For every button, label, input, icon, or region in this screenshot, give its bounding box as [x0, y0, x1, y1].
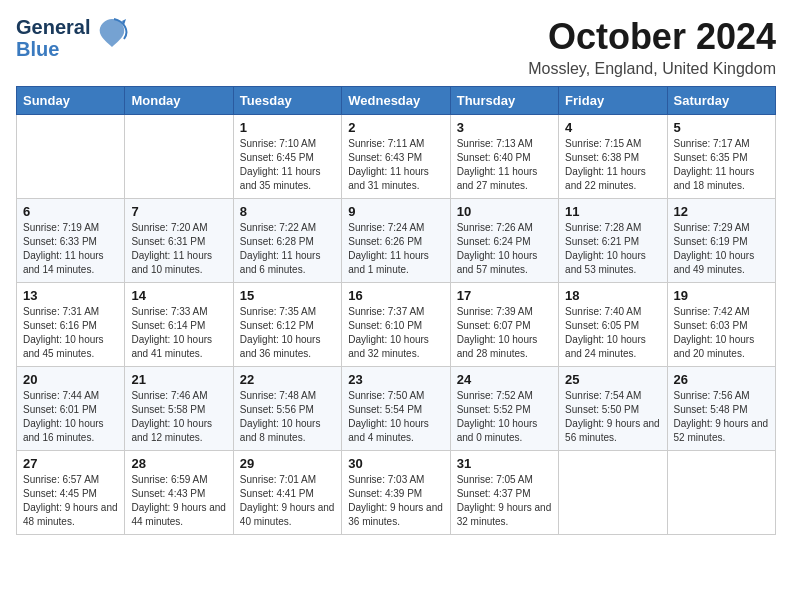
day-of-week-monday: Monday: [125, 87, 233, 115]
day-info: Sunrise: 7:35 AM Sunset: 6:12 PM Dayligh…: [240, 305, 335, 361]
day-info: Sunrise: 7:24 AM Sunset: 6:26 PM Dayligh…: [348, 221, 443, 277]
day-info: Sunrise: 7:10 AM Sunset: 6:45 PM Dayligh…: [240, 137, 335, 193]
calendar-cell: 22Sunrise: 7:48 AM Sunset: 5:56 PM Dayli…: [233, 367, 341, 451]
day-info: Sunrise: 7:39 AM Sunset: 6:07 PM Dayligh…: [457, 305, 552, 361]
calendar-cell: 27Sunrise: 6:57 AM Sunset: 4:45 PM Dayli…: [17, 451, 125, 535]
day-info: Sunrise: 7:22 AM Sunset: 6:28 PM Dayligh…: [240, 221, 335, 277]
day-of-week-saturday: Saturday: [667, 87, 775, 115]
day-number: 23: [348, 372, 443, 387]
day-number: 7: [131, 204, 226, 219]
day-info: Sunrise: 7:54 AM Sunset: 5:50 PM Dayligh…: [565, 389, 660, 445]
day-number: 16: [348, 288, 443, 303]
calendar-cell: 18Sunrise: 7:40 AM Sunset: 6:05 PM Dayli…: [559, 283, 667, 367]
calendar-cell: 5Sunrise: 7:17 AM Sunset: 6:35 PM Daylig…: [667, 115, 775, 199]
calendar-cell: [559, 451, 667, 535]
day-info: Sunrise: 7:20 AM Sunset: 6:31 PM Dayligh…: [131, 221, 226, 277]
day-number: 30: [348, 456, 443, 471]
calendar-cell: 17Sunrise: 7:39 AM Sunset: 6:07 PM Dayli…: [450, 283, 558, 367]
day-number: 15: [240, 288, 335, 303]
calendar-cell: 4Sunrise: 7:15 AM Sunset: 6:38 PM Daylig…: [559, 115, 667, 199]
day-number: 22: [240, 372, 335, 387]
day-info: Sunrise: 7:44 AM Sunset: 6:01 PM Dayligh…: [23, 389, 118, 445]
day-info: Sunrise: 7:48 AM Sunset: 5:56 PM Dayligh…: [240, 389, 335, 445]
calendar-cell: 11Sunrise: 7:28 AM Sunset: 6:21 PM Dayli…: [559, 199, 667, 283]
calendar-cell: 9Sunrise: 7:24 AM Sunset: 6:26 PM Daylig…: [342, 199, 450, 283]
day-info: Sunrise: 7:03 AM Sunset: 4:39 PM Dayligh…: [348, 473, 443, 529]
logo-line1: General: [16, 16, 90, 38]
calendar-table: SundayMondayTuesdayWednesdayThursdayFrid…: [16, 86, 776, 535]
calendar-cell: 28Sunrise: 6:59 AM Sunset: 4:43 PM Dayli…: [125, 451, 233, 535]
day-number: 25: [565, 372, 660, 387]
day-number: 9: [348, 204, 443, 219]
calendar-cell: 20Sunrise: 7:44 AM Sunset: 6:01 PM Dayli…: [17, 367, 125, 451]
day-number: 18: [565, 288, 660, 303]
calendar-week-row: 20Sunrise: 7:44 AM Sunset: 6:01 PM Dayli…: [17, 367, 776, 451]
day-number: 2: [348, 120, 443, 135]
day-number: 8: [240, 204, 335, 219]
day-info: Sunrise: 7:11 AM Sunset: 6:43 PM Dayligh…: [348, 137, 443, 193]
calendar-cell: 21Sunrise: 7:46 AM Sunset: 5:58 PM Dayli…: [125, 367, 233, 451]
day-info: Sunrise: 7:01 AM Sunset: 4:41 PM Dayligh…: [240, 473, 335, 529]
day-number: 20: [23, 372, 118, 387]
calendar-cell: 7Sunrise: 7:20 AM Sunset: 6:31 PM Daylig…: [125, 199, 233, 283]
calendar-cell: 1Sunrise: 7:10 AM Sunset: 6:45 PM Daylig…: [233, 115, 341, 199]
day-of-week-thursday: Thursday: [450, 87, 558, 115]
day-number: 6: [23, 204, 118, 219]
day-number: 28: [131, 456, 226, 471]
calendar-cell: 12Sunrise: 7:29 AM Sunset: 6:19 PM Dayli…: [667, 199, 775, 283]
day-number: 26: [674, 372, 769, 387]
day-info: Sunrise: 6:59 AM Sunset: 4:43 PM Dayligh…: [131, 473, 226, 529]
calendar-cell: 13Sunrise: 7:31 AM Sunset: 6:16 PM Dayli…: [17, 283, 125, 367]
day-info: Sunrise: 7:56 AM Sunset: 5:48 PM Dayligh…: [674, 389, 769, 445]
day-info: Sunrise: 7:26 AM Sunset: 6:24 PM Dayligh…: [457, 221, 552, 277]
month-title: October 2024: [528, 16, 776, 58]
day-number: 12: [674, 204, 769, 219]
day-number: 24: [457, 372, 552, 387]
day-number: 21: [131, 372, 226, 387]
day-info: Sunrise: 7:33 AM Sunset: 6:14 PM Dayligh…: [131, 305, 226, 361]
day-of-week-tuesday: Tuesday: [233, 87, 341, 115]
day-info: Sunrise: 7:13 AM Sunset: 6:40 PM Dayligh…: [457, 137, 552, 193]
calendar-cell: 10Sunrise: 7:26 AM Sunset: 6:24 PM Dayli…: [450, 199, 558, 283]
day-info: Sunrise: 7:05 AM Sunset: 4:37 PM Dayligh…: [457, 473, 552, 529]
calendar-cell: 30Sunrise: 7:03 AM Sunset: 4:39 PM Dayli…: [342, 451, 450, 535]
logo-bird-icon: [96, 17, 128, 59]
day-info: Sunrise: 7:46 AM Sunset: 5:58 PM Dayligh…: [131, 389, 226, 445]
day-number: 1: [240, 120, 335, 135]
calendar-cell: 16Sunrise: 7:37 AM Sunset: 6:10 PM Dayli…: [342, 283, 450, 367]
day-info: Sunrise: 7:37 AM Sunset: 6:10 PM Dayligh…: [348, 305, 443, 361]
day-number: 17: [457, 288, 552, 303]
calendar-cell: 8Sunrise: 7:22 AM Sunset: 6:28 PM Daylig…: [233, 199, 341, 283]
logo-line2: Blue: [16, 38, 90, 60]
calendar-cell: 6Sunrise: 7:19 AM Sunset: 6:33 PM Daylig…: [17, 199, 125, 283]
calendar-cell: 29Sunrise: 7:01 AM Sunset: 4:41 PM Dayli…: [233, 451, 341, 535]
page-header: General Blue October 2024 Mossley, Engla…: [16, 16, 776, 78]
day-info: Sunrise: 7:42 AM Sunset: 6:03 PM Dayligh…: [674, 305, 769, 361]
location: Mossley, England, United Kingdom: [528, 60, 776, 78]
calendar-cell: 2Sunrise: 7:11 AM Sunset: 6:43 PM Daylig…: [342, 115, 450, 199]
calendar-week-row: 6Sunrise: 7:19 AM Sunset: 6:33 PM Daylig…: [17, 199, 776, 283]
calendar-cell: [17, 115, 125, 199]
day-number: 11: [565, 204, 660, 219]
day-info: Sunrise: 7:19 AM Sunset: 6:33 PM Dayligh…: [23, 221, 118, 277]
day-number: 10: [457, 204, 552, 219]
day-info: Sunrise: 7:29 AM Sunset: 6:19 PM Dayligh…: [674, 221, 769, 277]
day-info: Sunrise: 7:17 AM Sunset: 6:35 PM Dayligh…: [674, 137, 769, 193]
day-info: Sunrise: 7:40 AM Sunset: 6:05 PM Dayligh…: [565, 305, 660, 361]
day-number: 3: [457, 120, 552, 135]
day-of-week-wednesday: Wednesday: [342, 87, 450, 115]
day-number: 31: [457, 456, 552, 471]
calendar-week-row: 13Sunrise: 7:31 AM Sunset: 6:16 PM Dayli…: [17, 283, 776, 367]
calendar-week-row: 1Sunrise: 7:10 AM Sunset: 6:45 PM Daylig…: [17, 115, 776, 199]
calendar-cell: 15Sunrise: 7:35 AM Sunset: 6:12 PM Dayli…: [233, 283, 341, 367]
day-number: 5: [674, 120, 769, 135]
calendar-cell: 24Sunrise: 7:52 AM Sunset: 5:52 PM Dayli…: [450, 367, 558, 451]
calendar-cell: 23Sunrise: 7:50 AM Sunset: 5:54 PM Dayli…: [342, 367, 450, 451]
calendar-cell: 3Sunrise: 7:13 AM Sunset: 6:40 PM Daylig…: [450, 115, 558, 199]
day-number: 29: [240, 456, 335, 471]
day-info: Sunrise: 6:57 AM Sunset: 4:45 PM Dayligh…: [23, 473, 118, 529]
day-info: Sunrise: 7:52 AM Sunset: 5:52 PM Dayligh…: [457, 389, 552, 445]
calendar-cell: 31Sunrise: 7:05 AM Sunset: 4:37 PM Dayli…: [450, 451, 558, 535]
day-info: Sunrise: 7:50 AM Sunset: 5:54 PM Dayligh…: [348, 389, 443, 445]
calendar-cell: 25Sunrise: 7:54 AM Sunset: 5:50 PM Dayli…: [559, 367, 667, 451]
